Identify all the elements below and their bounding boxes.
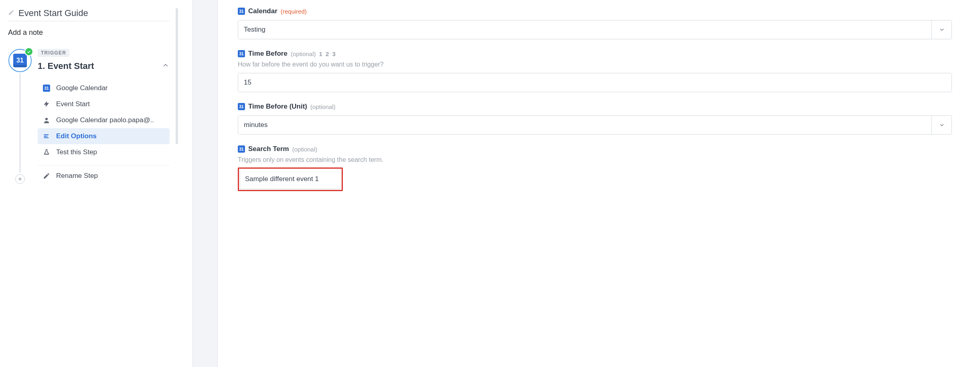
- substep-test[interactable]: Test this Step: [38, 144, 170, 160]
- calendar-icon: 31: [43, 84, 51, 92]
- field-label: Search Term: [248, 145, 289, 153]
- substep-label: Rename Step: [56, 172, 98, 180]
- divider-column: [192, 0, 218, 367]
- substep-app[interactable]: 31 Google Calendar: [38, 80, 170, 96]
- form-panel: 31 Calendar (required) Testing 31 Time B…: [218, 0, 980, 367]
- required-tag: (required): [281, 8, 307, 15]
- pencil-icon: [43, 172, 51, 180]
- substep-label: Edit Options: [56, 132, 97, 140]
- chevron-up-icon: [162, 61, 170, 71]
- beaker-icon: [43, 148, 51, 156]
- chevron-down-icon[interactable]: [931, 20, 952, 39]
- optional-tag: (optional): [291, 50, 316, 57]
- field-calendar: 31 Calendar (required) Testing: [238, 7, 952, 39]
- calendar-icon: 31: [238, 103, 245, 110]
- step-icon-column: 31 +: [8, 49, 32, 184]
- substeps-list: 31 Google Calendar Event Start Google Ca…: [38, 80, 170, 184]
- highlight-box: Sample different event 1: [238, 167, 343, 191]
- check-icon: [24, 47, 33, 56]
- separator: [38, 165, 170, 165]
- substep-label: Google Calendar paolo.papa@..: [56, 116, 154, 124]
- substep-label: Test this Step: [56, 148, 97, 156]
- chevron-down-icon[interactable]: [931, 116, 952, 134]
- calendar-value: Testing: [238, 20, 931, 39]
- field-label: Time Before: [248, 50, 288, 58]
- time-before-unit-value: minutes: [238, 116, 931, 134]
- substep-account[interactable]: Google Calendar paolo.papa@..: [38, 112, 170, 128]
- guide-title-row[interactable]: Event Start Guide: [8, 8, 170, 21]
- step-header[interactable]: 1. Event Start: [38, 61, 170, 71]
- step-status-circle[interactable]: 31: [8, 49, 32, 72]
- field-label: Time Before (Unit): [248, 103, 307, 111]
- bolt-icon: [43, 100, 51, 108]
- options-icon: [43, 132, 51, 140]
- pencil-icon: [8, 9, 14, 17]
- calendar-icon: 31: [238, 8, 245, 15]
- step-detail: TRIGGER 1. Event Start 31 Google Calenda…: [38, 49, 170, 184]
- field-time-before: 31 Time Before (optional) 1 2 3 How far …: [238, 50, 952, 92]
- calendar-icon: 31: [238, 145, 245, 153]
- substep-label: Google Calendar: [56, 84, 108, 92]
- calendar-app-icon: 31: [13, 54, 27, 67]
- numeric-hint: 1 2 3: [319, 50, 336, 57]
- time-before-unit-select[interactable]: minutes: [238, 115, 952, 135]
- substep-edit-options[interactable]: Edit Options: [38, 128, 170, 144]
- user-icon: [43, 116, 51, 124]
- step-title: 1. Event Start: [38, 61, 94, 71]
- add-note-link[interactable]: Add a note: [8, 28, 188, 37]
- add-step-button[interactable]: +: [15, 174, 25, 184]
- scrollbar[interactable]: [176, 8, 178, 144]
- calendar-icon: 31: [238, 50, 245, 57]
- substep-trigger[interactable]: Event Start: [38, 96, 170, 112]
- calendar-select[interactable]: Testing: [238, 20, 952, 39]
- step-area: 31 + TRIGGER 1. Event Start 31: [8, 49, 170, 184]
- field-label: Calendar: [248, 7, 277, 15]
- guide-title: Event Start Guide: [18, 8, 88, 18]
- optional-tag: (optional): [292, 146, 318, 153]
- field-search-term: 31 Search Term (optional) Triggers only …: [238, 145, 952, 191]
- left-sidebar: Event Start Guide Add a note 31 + TRIGGE…: [0, 0, 192, 367]
- trigger-tag: TRIGGER: [38, 49, 69, 57]
- substep-label: Event Start: [56, 100, 90, 108]
- substep-rename[interactable]: Rename Step: [38, 168, 170, 184]
- help-text: How far before the event do you want us …: [238, 61, 952, 68]
- search-term-input[interactable]: Sample different event 1: [240, 169, 341, 189]
- time-before-value[interactable]: [238, 73, 952, 92]
- time-before-input[interactable]: [238, 73, 952, 92]
- field-time-before-unit: 31 Time Before (Unit) (optional) minutes: [238, 103, 952, 135]
- help-text: Triggers only on events containing the s…: [238, 156, 952, 163]
- optional-tag: (optional): [310, 103, 336, 110]
- svg-point-0: [45, 118, 48, 120]
- connector-line: [20, 74, 20, 173]
